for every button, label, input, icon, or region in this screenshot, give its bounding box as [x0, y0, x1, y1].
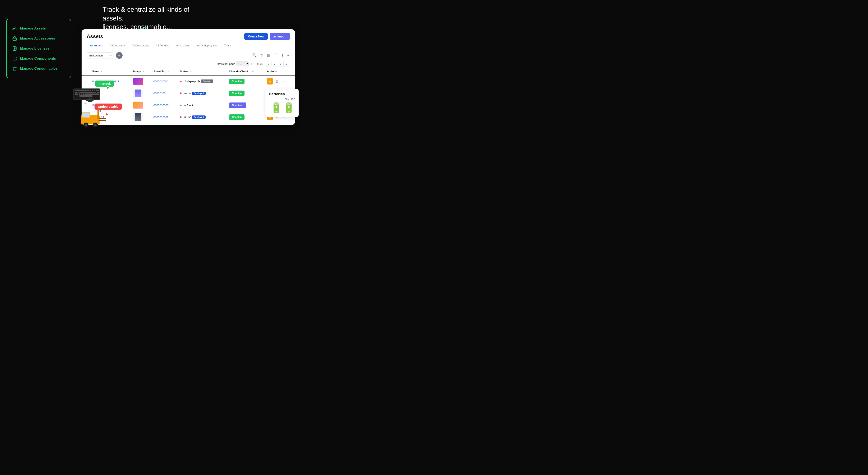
status-label: Undeployable: [184, 80, 200, 83]
sidebar-item-manage-assets[interactable]: Manage Assets: [10, 24, 67, 33]
status-label: In-use: [184, 116, 191, 119]
edit-button[interactable]: ✏: [267, 78, 273, 85]
svg-rect-44: [93, 94, 95, 95]
svg-rect-35: [97, 92, 99, 93]
svg-rect-19: [85, 90, 87, 91]
rows-per-page-select[interactable]: 10 25 50: [236, 62, 249, 66]
tab-all-deployed[interactable]: All Deployed: [106, 42, 128, 49]
deploy-button[interactable]: Deploy...: [201, 80, 213, 83]
svg-rect-25: [75, 92, 78, 93]
delete-button[interactable]: 🗑: [274, 79, 279, 84]
expand-icon[interactable]: ⛶: [273, 53, 278, 58]
bulk-action-container: Bulk Action Delete Deploy Checkin ▼: [87, 52, 114, 59]
svg-rect-45: [95, 94, 99, 95]
svg-rect-46: [80, 95, 92, 97]
checkin-sort-icon: ⇅: [252, 70, 254, 72]
svg-rect-32: [90, 92, 92, 93]
manage-consumables-icon: [12, 66, 18, 71]
table-row: iPhone 00000100 In-use Deployed: [82, 88, 295, 99]
checkin-button[interactable]: Checkin: [229, 91, 245, 96]
sidebar-item-manage-consumables[interactable]: Manage Consumables: [10, 64, 67, 74]
asset-tag-column-header: Asset Tag ⇅: [151, 68, 178, 75]
select-all-checkbox[interactable]: [84, 70, 87, 72]
svg-rect-38: [81, 94, 83, 95]
batteries-tooltip: Batteries Qty: 125 🔋🔋: [265, 89, 299, 117]
batteries-qty: Qty: 125: [285, 98, 295, 101]
svg-rect-21: [90, 90, 91, 91]
tab-all-pending[interactable]: All Pending: [153, 42, 173, 49]
next-page-button[interactable]: ›: [278, 61, 284, 67]
svg-rect-33: [92, 92, 94, 93]
svg-rect-40: [85, 94, 87, 95]
select-all-header: [82, 68, 89, 75]
svg-rect-22: [92, 90, 93, 91]
svg-rect-26: [78, 92, 80, 93]
asset-tag-link[interactable]: 0000010002: [154, 116, 168, 119]
asset-tag-cell: 00000100: [151, 88, 178, 99]
sidebar-item-manage-accessories[interactable]: Manage Accessories: [10, 33, 67, 43]
assets-table: Name ⇅ Image ⇅ Asset Tag ⇅: [82, 68, 295, 123]
table-container: Name ⇅ Image ⇅ Asset Tag ⇅: [82, 68, 295, 125]
status-dot-red: [180, 116, 182, 118]
prev-page-button[interactable]: ‹: [272, 61, 277, 67]
svg-rect-43: [91, 94, 93, 95]
checkin-column-header: Checkin/Check... ⇅: [226, 68, 265, 75]
asset-tag-link[interactable]: 0000010001: [154, 80, 168, 83]
status-cell: In Stock: [177, 99, 226, 111]
image-column-header: Image ⇅: [131, 68, 151, 75]
asset-image-cell: [131, 75, 151, 88]
panel-header-actions: Create New ☁ Import: [244, 33, 290, 40]
create-new-button[interactable]: Create New: [244, 33, 268, 40]
tab-all-assets[interactable]: All Assets: [87, 42, 106, 49]
tab-all-archived[interactable]: All Archived: [173, 42, 194, 49]
table-row: iPhone 14 0000010002 In-use Deployed: [82, 111, 295, 123]
more-button[interactable]: ⋯: [281, 79, 286, 84]
panel-title: Assets: [87, 33, 103, 39]
asset-tag-link[interactable]: 0000010000: [154, 104, 168, 107]
checkin-button[interactable]: Checkin: [229, 78, 245, 84]
svg-rect-20: [87, 90, 89, 91]
checkin-cell: Checkin: [226, 75, 265, 88]
add-circle-button[interactable]: +: [116, 52, 123, 59]
refresh-icon[interactable]: ↻: [260, 53, 264, 58]
asset-tag-link[interactable]: 00000100: [154, 92, 166, 95]
deployed-badge: Deployed: [192, 92, 206, 95]
cloud-icon: ☁: [273, 35, 276, 38]
tab-all-deployable[interactable]: All Deployable: [128, 42, 152, 49]
actions-column-header: Actions: [265, 68, 295, 75]
download-icon[interactable]: ⬇: [280, 53, 284, 58]
sidebar-item-manage-components[interactable]: Manage Components: [10, 54, 67, 64]
svg-rect-41: [87, 94, 89, 95]
sidebar: Manage Assets Manage Accessories Manage …: [6, 19, 71, 78]
last-page-button[interactable]: »: [284, 61, 290, 67]
filter-icon[interactable]: ≡: [287, 53, 290, 58]
forklift-image: [74, 103, 107, 130]
status-dot-green: [180, 104, 182, 106]
checkin-cell: Checkout: [226, 99, 265, 111]
svg-rect-51: [83, 113, 90, 117]
import-button[interactable]: ☁ Import: [270, 33, 290, 40]
status-label: In-use: [184, 92, 191, 95]
pagination-bar: Rows per page 10 25 50 1-10 of 35 « ‹ › …: [82, 60, 295, 68]
deployed-badge: Deployed: [192, 116, 206, 119]
name-sort-icon: ⇅: [100, 70, 102, 72]
checkout-button[interactable]: Checkout: [229, 102, 246, 108]
first-page-button[interactable]: «: [265, 61, 271, 67]
sidebar-item-manage-licenses[interactable]: Manage Licenses: [10, 43, 67, 54]
svg-rect-53: [98, 120, 106, 121]
forklift-overlay: [74, 102, 108, 130]
status-dot-red: [180, 81, 182, 83]
search-icon[interactable]: 🔍: [252, 53, 257, 58]
grid-icon[interactable]: ▦: [266, 53, 271, 58]
manage-accessories-icon: [12, 36, 18, 41]
status-cell: Undeployable Deploy...: [177, 75, 226, 88]
bulk-action-wrapper: Bulk Action Delete Deploy Checkin ▼ +: [87, 52, 123, 59]
checkin-button[interactable]: Checkin: [229, 115, 245, 120]
tab-trash[interactable]: Trash: [221, 42, 235, 49]
tab-all-undeployable[interactable]: All Undeployable: [194, 42, 221, 49]
asset-image: [133, 90, 143, 97]
bulk-action-select[interactable]: Bulk Action Delete Deploy Checkin: [87, 52, 114, 59]
asset-image: [133, 101, 143, 109]
svg-rect-36: [75, 94, 78, 95]
keyboard-image: [71, 82, 108, 102]
